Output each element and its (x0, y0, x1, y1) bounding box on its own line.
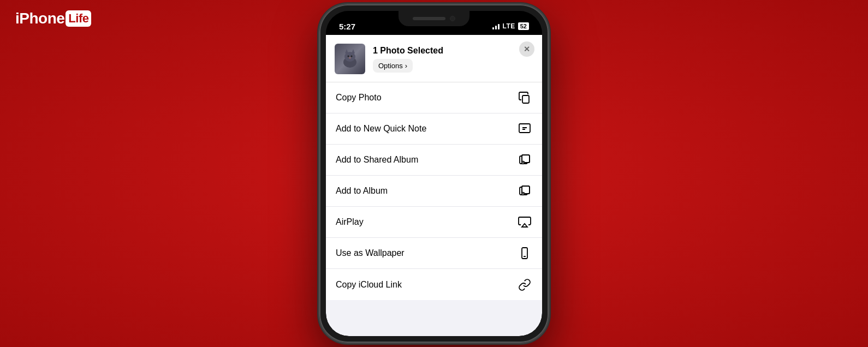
quick-note-label: Add to New Quick Note (336, 124, 426, 134)
signal-bars (492, 23, 500, 29)
svg-rect-7 (522, 95, 529, 103)
battery-indicator: 52 (518, 22, 529, 30)
camera-dot (450, 16, 455, 21)
header-text: 1 Photo Selected Options › (373, 46, 533, 73)
signal-bar-3 (498, 24, 500, 29)
wallpaper-label: Use as Wallpaper (336, 248, 405, 258)
svg-marker-19 (522, 224, 527, 227)
photo-selected-title: 1 Photo Selected (373, 46, 533, 56)
share-header: 1 Photo Selected Options › ✕ (326, 35, 542, 82)
menu-list: Copy Photo Add to New Quick Note (326, 82, 542, 300)
icloud-link-icon (517, 277, 532, 292)
shared-album-label: Add to Shared Album (336, 155, 418, 165)
airplay-label: AirPlay (336, 217, 364, 227)
svg-rect-8 (519, 124, 530, 133)
notch (399, 11, 469, 26)
logo-life-text: Life (68, 11, 88, 25)
svg-point-5 (351, 56, 353, 57)
iphone-life-logo: iPhone Life (15, 10, 91, 27)
icloud-link-item[interactable]: Copy iCloud Link (326, 269, 542, 300)
add-album-item[interactable]: Add to Album (326, 176, 542, 207)
share-sheet: 1 Photo Selected Options › ✕ Copy Photo (326, 35, 542, 336)
wallpaper-icon (517, 246, 532, 261)
cat-photo (335, 44, 365, 74)
add-album-label: Add to Album (336, 186, 388, 196)
phone-screen: 5:27 LTE 52 (326, 11, 542, 336)
lte-badge: LTE (502, 22, 515, 30)
status-right: LTE 52 (492, 22, 529, 30)
notch-inner (399, 11, 469, 26)
speaker-grill (413, 17, 445, 20)
svg-rect-20 (522, 248, 527, 259)
wallpaper-item[interactable]: Use as Wallpaper (326, 238, 542, 269)
copy-photo-item[interactable]: Copy Photo (326, 82, 542, 113)
quick-note-icon (517, 121, 532, 136)
copy-photo-label: Copy Photo (336, 93, 382, 103)
logo-life-box: Life (66, 10, 91, 27)
options-label: Options (378, 62, 403, 70)
photo-thumbnail (335, 44, 365, 74)
close-button[interactable]: ✕ (519, 41, 534, 57)
svg-point-4 (348, 56, 349, 57)
airplay-item[interactable]: AirPlay (326, 207, 542, 238)
quick-note-item[interactable]: Add to New Quick Note (326, 113, 542, 145)
signal-bar-1 (492, 27, 494, 29)
svg-marker-3 (352, 49, 355, 53)
icloud-link-label: Copy iCloud Link (336, 280, 402, 290)
airplay-icon (517, 214, 532, 230)
svg-marker-2 (345, 49, 348, 53)
add-album-icon (517, 183, 532, 199)
copy-photo-icon (517, 90, 532, 105)
svg-point-6 (349, 57, 351, 59)
shared-album-item[interactable]: Add to Shared Album (326, 145, 542, 176)
options-chevron: › (405, 62, 407, 70)
status-time: 5:27 (339, 22, 355, 31)
logo-iphone-text: iPhone (15, 10, 64, 27)
cat-icon (339, 48, 361, 70)
phone-frame: 5:27 LTE 52 (319, 4, 549, 343)
signal-bar-2 (495, 26, 497, 29)
options-button[interactable]: Options › (373, 59, 413, 73)
shared-album-icon (517, 152, 532, 167)
